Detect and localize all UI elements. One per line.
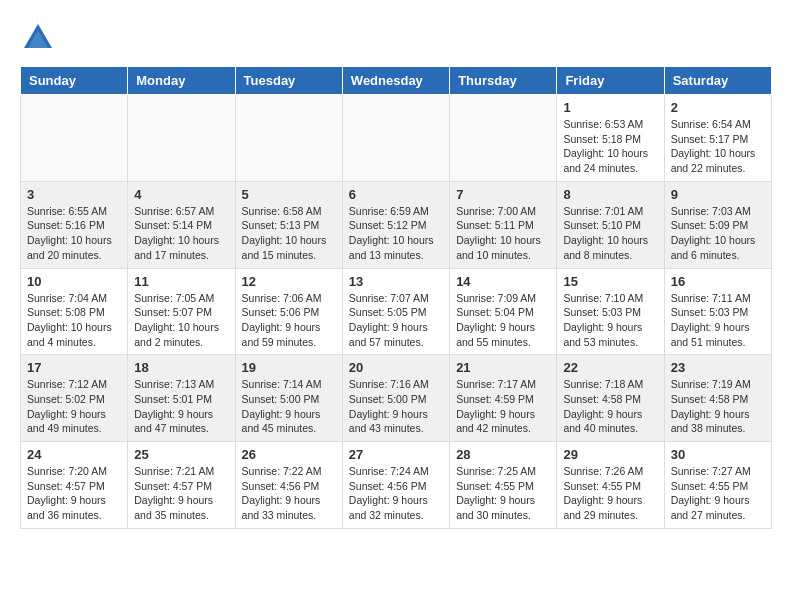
calendar-cell: 3Sunrise: 6:55 AM Sunset: 5:16 PM Daylig… xyxy=(21,181,128,268)
cell-details: Sunrise: 6:55 AM Sunset: 5:16 PM Dayligh… xyxy=(27,204,121,263)
day-number: 22 xyxy=(563,360,657,375)
calendar-cell: 17Sunrise: 7:12 AM Sunset: 5:02 PM Dayli… xyxy=(21,355,128,442)
calendar-cell: 15Sunrise: 7:10 AM Sunset: 5:03 PM Dayli… xyxy=(557,268,664,355)
day-number: 11 xyxy=(134,274,228,289)
header xyxy=(20,20,772,56)
week-row-5: 24Sunrise: 7:20 AM Sunset: 4:57 PM Dayli… xyxy=(21,442,772,529)
day-number: 21 xyxy=(456,360,550,375)
day-number: 15 xyxy=(563,274,657,289)
cell-details: Sunrise: 7:04 AM Sunset: 5:08 PM Dayligh… xyxy=(27,291,121,350)
cell-details: Sunrise: 6:59 AM Sunset: 5:12 PM Dayligh… xyxy=(349,204,443,263)
day-number: 10 xyxy=(27,274,121,289)
calendar-cell: 29Sunrise: 7:26 AM Sunset: 4:55 PM Dayli… xyxy=(557,442,664,529)
day-number: 6 xyxy=(349,187,443,202)
calendar-cell: 23Sunrise: 7:19 AM Sunset: 4:58 PM Dayli… xyxy=(664,355,771,442)
day-header-friday: Friday xyxy=(557,67,664,95)
day-number: 9 xyxy=(671,187,765,202)
cell-details: Sunrise: 7:18 AM Sunset: 4:58 PM Dayligh… xyxy=(563,377,657,436)
day-number: 3 xyxy=(27,187,121,202)
calendar-cell: 26Sunrise: 7:22 AM Sunset: 4:56 PM Dayli… xyxy=(235,442,342,529)
cell-details: Sunrise: 7:07 AM Sunset: 5:05 PM Dayligh… xyxy=(349,291,443,350)
cell-details: Sunrise: 7:16 AM Sunset: 5:00 PM Dayligh… xyxy=(349,377,443,436)
week-row-2: 3Sunrise: 6:55 AM Sunset: 5:16 PM Daylig… xyxy=(21,181,772,268)
cell-details: Sunrise: 7:11 AM Sunset: 5:03 PM Dayligh… xyxy=(671,291,765,350)
day-number: 30 xyxy=(671,447,765,462)
cell-details: Sunrise: 7:09 AM Sunset: 5:04 PM Dayligh… xyxy=(456,291,550,350)
day-number: 8 xyxy=(563,187,657,202)
day-number: 14 xyxy=(456,274,550,289)
cell-details: Sunrise: 7:12 AM Sunset: 5:02 PM Dayligh… xyxy=(27,377,121,436)
day-header-sunday: Sunday xyxy=(21,67,128,95)
day-number: 1 xyxy=(563,100,657,115)
calendar-cell: 24Sunrise: 7:20 AM Sunset: 4:57 PM Dayli… xyxy=(21,442,128,529)
calendar-cell: 18Sunrise: 7:13 AM Sunset: 5:01 PM Dayli… xyxy=(128,355,235,442)
calendar-cell: 22Sunrise: 7:18 AM Sunset: 4:58 PM Dayli… xyxy=(557,355,664,442)
cell-details: Sunrise: 7:03 AM Sunset: 5:09 PM Dayligh… xyxy=(671,204,765,263)
cell-details: Sunrise: 6:54 AM Sunset: 5:17 PM Dayligh… xyxy=(671,117,765,176)
calendar-cell: 5Sunrise: 6:58 AM Sunset: 5:13 PM Daylig… xyxy=(235,181,342,268)
calendar-cell: 11Sunrise: 7:05 AM Sunset: 5:07 PM Dayli… xyxy=(128,268,235,355)
day-number: 5 xyxy=(242,187,336,202)
day-header-tuesday: Tuesday xyxy=(235,67,342,95)
logo xyxy=(20,20,62,56)
calendar-cell: 7Sunrise: 7:00 AM Sunset: 5:11 PM Daylig… xyxy=(450,181,557,268)
day-number: 25 xyxy=(134,447,228,462)
calendar-cell: 4Sunrise: 6:57 AM Sunset: 5:14 PM Daylig… xyxy=(128,181,235,268)
day-number: 18 xyxy=(134,360,228,375)
cell-details: Sunrise: 7:05 AM Sunset: 5:07 PM Dayligh… xyxy=(134,291,228,350)
calendar-cell: 14Sunrise: 7:09 AM Sunset: 5:04 PM Dayli… xyxy=(450,268,557,355)
cell-details: Sunrise: 7:19 AM Sunset: 4:58 PM Dayligh… xyxy=(671,377,765,436)
cell-details: Sunrise: 7:20 AM Sunset: 4:57 PM Dayligh… xyxy=(27,464,121,523)
calendar-cell: 28Sunrise: 7:25 AM Sunset: 4:55 PM Dayli… xyxy=(450,442,557,529)
day-number: 13 xyxy=(349,274,443,289)
calendar-cell: 20Sunrise: 7:16 AM Sunset: 5:00 PM Dayli… xyxy=(342,355,449,442)
day-number: 19 xyxy=(242,360,336,375)
calendar-cell xyxy=(450,95,557,182)
calendar-cell: 2Sunrise: 6:54 AM Sunset: 5:17 PM Daylig… xyxy=(664,95,771,182)
week-row-3: 10Sunrise: 7:04 AM Sunset: 5:08 PM Dayli… xyxy=(21,268,772,355)
calendar-cell: 27Sunrise: 7:24 AM Sunset: 4:56 PM Dayli… xyxy=(342,442,449,529)
calendar-cell: 8Sunrise: 7:01 AM Sunset: 5:10 PM Daylig… xyxy=(557,181,664,268)
day-number: 26 xyxy=(242,447,336,462)
day-header-wednesday: Wednesday xyxy=(342,67,449,95)
calendar-cell: 1Sunrise: 6:53 AM Sunset: 5:18 PM Daylig… xyxy=(557,95,664,182)
cell-details: Sunrise: 7:27 AM Sunset: 4:55 PM Dayligh… xyxy=(671,464,765,523)
cell-details: Sunrise: 7:13 AM Sunset: 5:01 PM Dayligh… xyxy=(134,377,228,436)
calendar-cell: 9Sunrise: 7:03 AM Sunset: 5:09 PM Daylig… xyxy=(664,181,771,268)
day-number: 12 xyxy=(242,274,336,289)
calendar-cell xyxy=(21,95,128,182)
cell-details: Sunrise: 7:26 AM Sunset: 4:55 PM Dayligh… xyxy=(563,464,657,523)
calendar-cell: 30Sunrise: 7:27 AM Sunset: 4:55 PM Dayli… xyxy=(664,442,771,529)
day-number: 29 xyxy=(563,447,657,462)
day-number: 4 xyxy=(134,187,228,202)
day-number: 20 xyxy=(349,360,443,375)
cell-details: Sunrise: 7:06 AM Sunset: 5:06 PM Dayligh… xyxy=(242,291,336,350)
cell-details: Sunrise: 6:58 AM Sunset: 5:13 PM Dayligh… xyxy=(242,204,336,263)
day-number: 23 xyxy=(671,360,765,375)
calendar-cell: 19Sunrise: 7:14 AM Sunset: 5:00 PM Dayli… xyxy=(235,355,342,442)
day-header-monday: Monday xyxy=(128,67,235,95)
day-header-thursday: Thursday xyxy=(450,67,557,95)
day-number: 7 xyxy=(456,187,550,202)
cell-details: Sunrise: 6:57 AM Sunset: 5:14 PM Dayligh… xyxy=(134,204,228,263)
calendar-cell: 16Sunrise: 7:11 AM Sunset: 5:03 PM Dayli… xyxy=(664,268,771,355)
cell-details: Sunrise: 6:53 AM Sunset: 5:18 PM Dayligh… xyxy=(563,117,657,176)
day-number: 2 xyxy=(671,100,765,115)
cell-details: Sunrise: 7:01 AM Sunset: 5:10 PM Dayligh… xyxy=(563,204,657,263)
calendar-cell: 25Sunrise: 7:21 AM Sunset: 4:57 PM Dayli… xyxy=(128,442,235,529)
calendar-cell: 6Sunrise: 6:59 AM Sunset: 5:12 PM Daylig… xyxy=(342,181,449,268)
cell-details: Sunrise: 7:00 AM Sunset: 5:11 PM Dayligh… xyxy=(456,204,550,263)
cell-details: Sunrise: 7:22 AM Sunset: 4:56 PM Dayligh… xyxy=(242,464,336,523)
cell-details: Sunrise: 7:24 AM Sunset: 4:56 PM Dayligh… xyxy=(349,464,443,523)
calendar-cell: 21Sunrise: 7:17 AM Sunset: 4:59 PM Dayli… xyxy=(450,355,557,442)
calendar-cell: 13Sunrise: 7:07 AM Sunset: 5:05 PM Dayli… xyxy=(342,268,449,355)
cell-details: Sunrise: 7:10 AM Sunset: 5:03 PM Dayligh… xyxy=(563,291,657,350)
calendar-table: SundayMondayTuesdayWednesdayThursdayFrid… xyxy=(20,66,772,529)
cell-details: Sunrise: 7:21 AM Sunset: 4:57 PM Dayligh… xyxy=(134,464,228,523)
calendar-cell: 12Sunrise: 7:06 AM Sunset: 5:06 PM Dayli… xyxy=(235,268,342,355)
week-row-1: 1Sunrise: 6:53 AM Sunset: 5:18 PM Daylig… xyxy=(21,95,772,182)
cell-details: Sunrise: 7:17 AM Sunset: 4:59 PM Dayligh… xyxy=(456,377,550,436)
day-number: 24 xyxy=(27,447,121,462)
calendar-cell xyxy=(235,95,342,182)
header-row: SundayMondayTuesdayWednesdayThursdayFrid… xyxy=(21,67,772,95)
